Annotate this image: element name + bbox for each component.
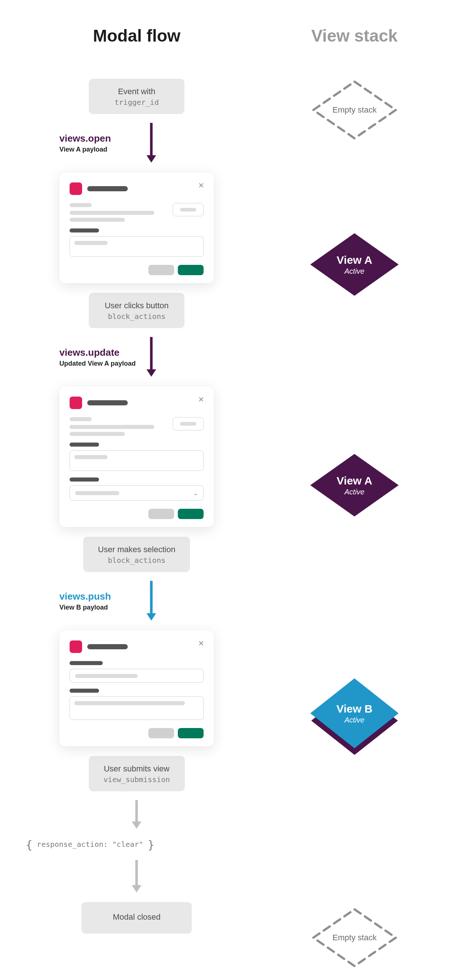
modal-input[interactable] (70, 450, 204, 471)
modal-title-placeholder (87, 186, 128, 191)
event-trigger: Event with trigger_id (89, 79, 184, 114)
event-click-code: block_actions (104, 312, 170, 321)
stack-view-a: View A Active (310, 233, 399, 296)
arrow-down-icon (130, 860, 143, 893)
chevron-down-icon: ⌄ (193, 490, 198, 496)
arrow-down-icon (130, 800, 143, 830)
api-label-views-open: views.open View A payload (52, 133, 145, 153)
arrow-down-icon (145, 337, 158, 377)
close-icon[interactable]: ✕ (198, 182, 205, 189)
modal-submit-button[interactable] (178, 509, 204, 519)
arrow-closed (130, 860, 143, 893)
modal-submit-button[interactable] (178, 728, 204, 738)
close-icon[interactable]: ✕ (198, 396, 205, 403)
event-closed-text: Modal closed (96, 912, 177, 922)
api-label-views-push: views.push View B payload (52, 591, 145, 611)
close-icon[interactable]: ✕ (198, 640, 205, 647)
arrow-views-update: views.update Updated View A payload (52, 337, 221, 377)
arrow-views-open: views.open View A payload (52, 123, 221, 163)
modal-side-button[interactable] (173, 417, 204, 430)
arrow-down-icon (145, 123, 158, 163)
stack-view-a-status: Active (344, 488, 364, 496)
modal-cancel-button[interactable] (149, 509, 174, 519)
stack-view-a-updated: View A Active (310, 454, 399, 517)
api-sub: View A payload (59, 146, 145, 153)
heading-view-stack: View stack (312, 26, 398, 46)
event-click: User clicks button block_actions (89, 293, 184, 328)
app-icon (70, 640, 82, 653)
modal-submit-button[interactable] (178, 265, 204, 275)
modal-cancel-button[interactable] (149, 728, 174, 738)
modal-select[interactable] (70, 669, 204, 683)
api-sub: View B payload (59, 604, 145, 611)
modal-flow-column: Modal flow Event with trigger_id views.o… (15, 26, 259, 969)
response-action-text: response_action: "clear" (37, 840, 143, 849)
api-name: views.update (59, 347, 145, 358)
svg-marker-9 (132, 885, 141, 892)
svg-marker-1 (147, 155, 156, 162)
stack-empty-diamond: Empty stack (310, 79, 399, 141)
api-name: views.push (59, 591, 145, 602)
stack-view-a-title: View A (337, 474, 372, 487)
modal-title-placeholder (87, 644, 128, 649)
modal-preview-view-a: ✕ (59, 172, 214, 283)
stack-view-a-status: Active (344, 267, 364, 275)
api-name: views.open (59, 133, 145, 144)
event-submit-text: User submits view (104, 764, 170, 774)
modal-select[interactable]: ⌄ (70, 485, 204, 501)
modal-preview-view-a-updated: ✕ ⌄ (59, 386, 214, 527)
event-select-text: User makes selection (98, 545, 175, 554)
app-icon (70, 183, 82, 195)
event-select: User makes selection block_actions (83, 537, 190, 572)
event-closed: Modal closed (81, 902, 192, 934)
heading-modal-flow: Modal flow (93, 26, 181, 46)
modal-input[interactable] (70, 236, 204, 257)
svg-marker-3 (147, 369, 156, 377)
modal-cancel-button[interactable] (149, 265, 174, 275)
event-select-code: block_actions (98, 556, 175, 565)
svg-marker-7 (132, 821, 141, 829)
stack-view-a-title: View A (337, 254, 372, 266)
modal-title-placeholder (87, 400, 128, 406)
event-trigger-text: Event with (104, 87, 170, 96)
stack-empty-label: Empty stack (332, 105, 377, 115)
event-submit: User submits view view_submission (89, 756, 185, 791)
event-trigger-code: trigger_id (104, 98, 170, 107)
app-icon (70, 396, 82, 409)
event-click-text: User clicks button (104, 301, 170, 310)
modal-side-button[interactable] (173, 203, 204, 216)
stack-view-b-title: View B (337, 703, 372, 715)
stack-view-b-on-a: View B Active (310, 678, 399, 748)
stack-empty-label-end: Empty stack (332, 933, 377, 942)
modal-textarea[interactable] (70, 696, 204, 720)
arrow-views-push: views.push View B payload (52, 581, 221, 621)
event-submit-code: view_submission (104, 775, 170, 784)
response-action-code: { response_action: "clear" } (26, 838, 154, 851)
arrow-response (130, 800, 143, 830)
view-stack-column: View stack Empty stack View A Active Vie… (259, 26, 450, 969)
arrow-down-icon (145, 581, 158, 621)
modal-preview-view-b: ✕ (59, 630, 214, 746)
stack-view-b-status: Active (344, 716, 364, 724)
api-label-views-update: views.update Updated View A payload (52, 347, 145, 368)
stack-empty-diamond-end: Empty stack (310, 907, 399, 969)
api-sub: Updated View A payload (59, 360, 145, 368)
svg-marker-5 (147, 613, 156, 620)
